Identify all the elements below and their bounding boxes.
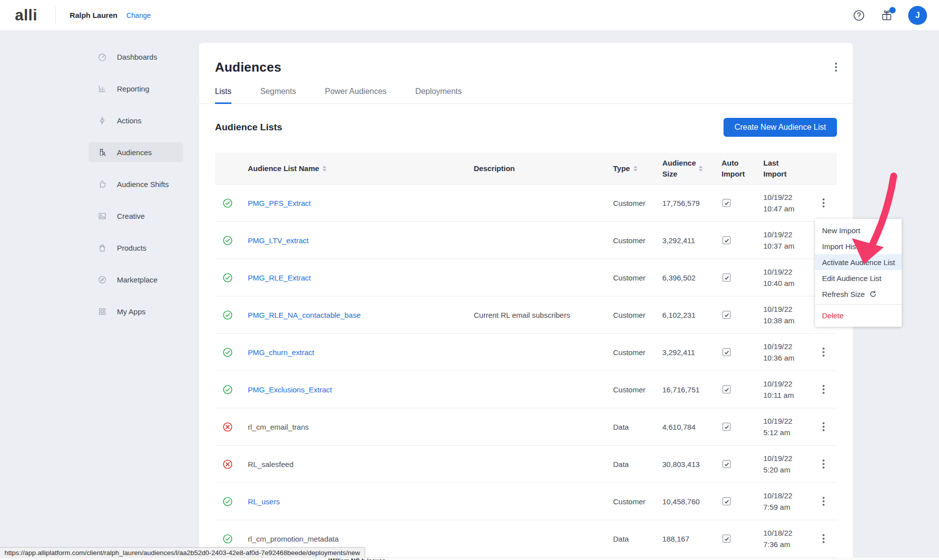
last-import-cell: 10/19/2210:40 am [763, 266, 810, 289]
row-kebab-menu-button[interactable] [820, 494, 828, 509]
tab-segments[interactable]: Segments [260, 87, 296, 103]
status-ok-icon [215, 496, 240, 507]
alli-logo: alli [15, 6, 37, 24]
reporting-icon [98, 84, 107, 93]
row-kebab-menu-button[interactable] [820, 419, 828, 434]
row-kebab-menu-button[interactable] [820, 382, 828, 397]
change-client-link[interactable]: Change [126, 11, 151, 19]
sort-type-icon[interactable] [633, 166, 637, 172]
sidebar-item-creative[interactable]: Creative [89, 206, 183, 226]
audience-list-name-link[interactable]: PMG_PFS_Extract [240, 199, 474, 207]
last-import-cell: 10/19/225:20 am [763, 453, 810, 476]
audience-list-name-link[interactable]: PMG_Exclusions_Extract [240, 385, 474, 394]
audience-list-name-link[interactable]: PMG_RLE_Extract [240, 274, 474, 282]
table-row: PMG_RLE_Extract Customer 6,396,502 10/19… [215, 259, 837, 296]
row-kebab-menu-button[interactable] [820, 531, 828, 546]
type-cell: Data [613, 460, 662, 468]
status-ok-icon [215, 347, 240, 358]
products-icon [98, 243, 107, 253]
auto-import-checkbox[interactable] [723, 497, 730, 505]
sidebar-item-label: Audience Shifts [117, 180, 169, 188]
sidebar-item-reporting[interactable]: Reporting [89, 79, 183, 98]
type-cell: Data [613, 535, 662, 543]
menu-item-delete[interactable]: Delete [815, 307, 902, 323]
audience-list-name-link[interactable]: RL_users [240, 497, 474, 506]
audiences-icon [98, 148, 107, 157]
actions-icon [98, 116, 107, 125]
type-cell: Customer [613, 236, 662, 245]
auto-import-checkbox[interactable] [723, 236, 730, 244]
header-description: Description [474, 163, 613, 174]
last-import-cell: 10/19/2210:47 am [763, 191, 810, 215]
menu-item-activate-audience-list[interactable]: Activate Audience List [815, 254, 902, 270]
auto-import-checkbox[interactable] [723, 460, 730, 468]
tab-lists[interactable]: Lists [215, 87, 231, 103]
page-kebab-menu-button[interactable] [832, 60, 840, 75]
status-error-icon [215, 422, 240, 432]
sidebar-item-label: Reporting [117, 85, 149, 93]
sort-size-icon[interactable] [699, 166, 703, 172]
auto-import-checkbox[interactable] [723, 274, 730, 281]
table-row: RL_salesfeed Data 30,803,413 10/19/225:2… [215, 446, 837, 483]
audience-list-name-link[interactable]: PMG_RLE_NA_contactable_base [240, 311, 474, 319]
auto-import-checkbox[interactable] [723, 199, 730, 207]
type-cell: Customer [613, 348, 662, 357]
row-context-menu: New ImportImport HistoryActivate Audienc… [815, 219, 902, 327]
menu-item-refresh-size[interactable]: Refresh Size [815, 286, 902, 302]
audience-list-name-link[interactable]: PMG_churn_extract [240, 348, 474, 357]
sort-name-icon[interactable] [322, 166, 326, 172]
audience-list-name-link[interactable]: PMG_LTV_extract [240, 236, 474, 245]
auto-import-checkbox[interactable] [723, 423, 730, 431]
help-icon[interactable] [852, 9, 865, 22]
audience-size-cell: 6,396,502 [662, 274, 722, 282]
last-import-cell: 10/18/227:36 am [763, 527, 810, 551]
sidebar-item-label: Dashboards [117, 53, 157, 61]
status-url: https://app.alliplatform.com/client/ralp… [4, 549, 360, 557]
sidebar-item-my-apps[interactable]: My Apps [89, 301, 183, 321]
status-ok-icon [215, 310, 240, 320]
gift-icon[interactable] [880, 9, 893, 22]
status-ok-icon [215, 534, 240, 544]
audience-size-cell: 4,610,784 [662, 423, 722, 431]
auto-import-checkbox[interactable] [723, 535, 730, 543]
sidebar-item-label: Marketplace [117, 276, 158, 284]
auto-import-checkbox[interactable] [723, 311, 730, 319]
auto-import-checkbox[interactable] [723, 385, 730, 393]
user-avatar[interactable]: J [908, 6, 927, 25]
sidebar-item-actions[interactable]: Actions [89, 110, 183, 130]
auto-import-checkbox[interactable] [723, 348, 730, 356]
menu-item-import-history[interactable]: Import History [815, 238, 902, 254]
description-cell: Current RL email subscribers [474, 311, 613, 319]
sidebar-item-label: My Apps [117, 307, 146, 316]
row-kebab-menu-button[interactable] [820, 195, 828, 210]
tab-deployments[interactable]: Deployments [416, 87, 462, 103]
row-kebab-menu-button[interactable] [820, 345, 828, 360]
audience-size-cell: 188,167 [662, 535, 722, 543]
topbar: alli Ralph Lauren Change J [0, 0, 939, 31]
sidebar-item-dashboards[interactable]: Dashboards [89, 47, 183, 67]
sidebar: DashboardsReportingActionsAudiencesAudie… [89, 47, 183, 333]
create-new-audience-list-button[interactable]: Create New Audience List [724, 118, 837, 137]
menu-item-new-import[interactable]: New Import [815, 222, 902, 238]
row-kebab-menu-button[interactable] [820, 457, 828, 471]
sidebar-item-marketplace[interactable]: Marketplace [89, 270, 183, 289]
table-row: rl_cm_email_trans Data 4,610,784 10/19/2… [215, 408, 837, 446]
table-row: RL_users Customer 10,458,760 10/18/227:5… [215, 483, 837, 520]
audience-lists-table: Audience List Name Description Type Audi… [215, 153, 837, 558]
sidebar-item-audience-shifts[interactable]: Audience Shifts [89, 174, 183, 194]
menu-item-edit-audience-list[interactable]: Edit Audience List [815, 270, 902, 286]
audience-list-name-link: rl_cm_promotion_metadata [240, 535, 474, 543]
header-auto-import: Auto Import [722, 158, 763, 180]
status-ok-icon [215, 235, 240, 246]
sidebar-item-label: Creative [117, 212, 145, 220]
audience-list-name-link: RL_salesfeed [240, 460, 474, 468]
header-audience-list-name: Audience List Name [240, 163, 474, 174]
sidebar-item-products[interactable]: Products [89, 238, 183, 258]
sidebar-item-audiences[interactable]: Audiences [89, 142, 183, 162]
topbar-actions: J [852, 6, 927, 25]
audience-size-cell: 3,292,411 [662, 236, 722, 245]
type-cell: Customer [613, 385, 662, 394]
table-header-row: Audience List Name Description Type Audi… [215, 153, 837, 185]
tab-power-audiences[interactable]: Power Audiences [325, 87, 387, 103]
status-ok-icon [215, 384, 240, 395]
